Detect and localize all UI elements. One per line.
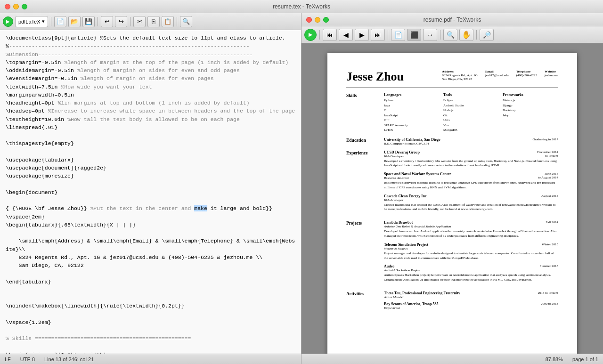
code-line — [6, 326, 295, 334]
code-line: \headheight=0pt %1in margins at top and … — [6, 99, 295, 107]
code-line: \vspace{1.2em} — [6, 318, 295, 326]
next-page-button[interactable]: ▶ — [355, 29, 369, 41]
copy-button[interactable]: ⎘ — [147, 16, 160, 27]
code-line: \end{tabularx} — [6, 278, 295, 286]
code-line: \marginparwidth=0.5in — [6, 91, 295, 99]
preview-window-controls — [302, 17, 329, 23]
new-button[interactable]: 📄 — [54, 16, 66, 27]
skill-item: C++ — [384, 118, 440, 123]
exp-left: Space and Naval Warfare Systems Center R… — [384, 172, 451, 180]
exp-date: December 2014to Present — [537, 150, 558, 158]
code-line: \oddsidemargin=-0.5in %length of marginh… — [6, 66, 295, 74]
edu-date: Graduating in 2017 — [533, 138, 558, 146]
proj-name: Audeo — [384, 264, 420, 268]
exp-company: Cascade Clean Energy Inc. — [384, 194, 427, 198]
projects-section: Projects Lambda Drawbot Arduino Uno Robo… — [346, 220, 558, 286]
close-button[interactable] — [5, 4, 10, 9]
address-val2: San Diego, CA, 92122 — [442, 77, 478, 81]
chevron-down-icon: ▾ — [42, 18, 45, 24]
proj-name: Telecom Simulation Project — [384, 243, 428, 247]
proj-left: Audeo Android Hackathon Project — [384, 264, 420, 272]
email-label: Email — [485, 70, 509, 73]
edu-left: University of California, San Diego B.S.… — [384, 138, 440, 146]
proj-header: Audeo Android Hackathon Project Summer 2… — [384, 264, 558, 272]
skill-item: Android Studio — [443, 103, 499, 108]
paste-button[interactable]: 📋 — [162, 16, 174, 27]
exp-desc: Implemented supervised machine learning … — [384, 181, 558, 190]
preview-close-button[interactable] — [306, 17, 312, 23]
education-label: Education — [346, 138, 384, 146]
editor-title: resume.tex - TeXworks — [273, 3, 330, 10]
education-content: University of California, San Diego B.S.… — [384, 138, 558, 146]
skill-item: C — [384, 108, 440, 113]
first-page-button[interactable]: ⏮ — [323, 29, 337, 41]
skill-item: Django — [503, 103, 558, 108]
frameworks-header: Frameworks — [503, 93, 558, 97]
save-button[interactable]: 💾 — [82, 16, 95, 27]
act-date: 2015 to Present — [538, 291, 558, 295]
toolbar-separator-2 — [98, 17, 98, 26]
act-org: Boy Scouts of America, Troop 535 — [384, 302, 439, 306]
code-line: \textwidth=7.5in %How wide you want your… — [6, 83, 295, 91]
engine-dropdown[interactable]: pdfLaTeX ▾ — [15, 16, 48, 27]
preview-content[interactable]: Jesse Zhou Address 8324 Regents Rd., Apt… — [302, 43, 603, 354]
proj-date: Fall 2014 — [546, 220, 558, 224]
frameworks-col: Frameworks Meteor.js Django Bootstrap Je… — [503, 93, 558, 133]
skill-item: Bootstrap — [503, 108, 558, 113]
email-col: Email jez017@ucsd.edu — [485, 70, 509, 81]
prev-page-button[interactable]: ◀ — [339, 29, 353, 41]
exp-header: Space and Naval Warfare Systems Center R… — [384, 172, 558, 180]
cursor-position: Line 13 of 246; col 21 — [44, 356, 94, 362]
run-button[interactable]: ▶ — [3, 16, 13, 27]
tools-col: Tools Eclipse Android Studio Node.js Git… — [443, 93, 499, 133]
projects-label: Projects — [346, 220, 384, 286]
resume-header: Jesse Zhou Address 8324 Regents Rd., Apt… — [346, 70, 558, 84]
proj-name: Lambda Drawbot — [384, 220, 451, 225]
proj-header: Telecom Simulation Project Meteor & Node… — [384, 243, 558, 251]
skills-section: Skills Languages Python Java C JavaScrip… — [346, 93, 558, 133]
toolbar-sep-4 — [476, 30, 477, 40]
app-container: ▶ pdfLaTeX ▾ 📄 📂 💾 ↩ ↪ ✂ ⎘ 📋 🔍 \document… — [0, 13, 603, 364]
find-preview-button[interactable]: 🔎 — [480, 29, 494, 41]
act-entry: Theta Tau, Professional Engineering Frat… — [384, 291, 558, 299]
editor-toolbar: ▶ pdfLaTeX ▾ 📄 📂 💾 ↩ ↪ ✂ ⎘ 📋 🔍 — [0, 13, 301, 30]
preview-minimize-button[interactable] — [315, 17, 320, 23]
code-line: \linespread{.91} — [6, 123, 295, 131]
last-page-button[interactable]: ⏭ — [371, 29, 385, 41]
skill-item: MongoDB — [443, 128, 499, 133]
preview-title: resume.pdf - TeXworks — [424, 16, 481, 23]
pan-button[interactable]: ✋ — [459, 29, 473, 41]
act-header: Theta Tau, Professional Engineering Frat… — [384, 291, 558, 299]
zoom-in-button[interactable]: 🔍 — [443, 29, 457, 41]
cut-button[interactable]: ✂ — [133, 16, 146, 27]
redo-button[interactable]: ↪ — [115, 16, 127, 27]
website-val: jezhou.me — [545, 73, 558, 77]
proj-date: Winter 2015 — [542, 243, 558, 246]
code-line — [6, 180, 295, 188]
engine-label: pdfLaTeX — [18, 19, 40, 24]
code-line — [6, 310, 295, 318]
act-role: Active Member — [384, 295, 460, 299]
toolbar-separator-4 — [177, 17, 177, 26]
maximize-button[interactable] — [22, 4, 27, 9]
page-mode-button[interactable]: 📄 — [391, 29, 405, 41]
open-button[interactable]: 📂 — [68, 16, 81, 27]
undo-button[interactable]: ↩ — [101, 16, 113, 27]
editor-content[interactable]: \documentclass[9pt]{article} %Sets the d… — [0, 30, 301, 354]
proj-entry: Telecom Simulation Project Meteor & Node… — [384, 243, 558, 261]
preview-maximize-button[interactable] — [323, 17, 329, 23]
find-button[interactable]: 🔍 — [180, 16, 192, 27]
preview-run-button[interactable]: ▶ — [304, 29, 317, 41]
activities-section: Activities Theta Tau, Professional Engin… — [346, 291, 558, 313]
experience-content: UCSD Devaraj Group Web Developer Decembe… — [384, 150, 558, 216]
telephone-val: (408)-504-6225 — [516, 73, 537, 77]
code-line: \topmargin=-0.5in %length of margin at t… — [6, 58, 295, 66]
editor-panel: ▶ pdfLaTeX ▾ 📄 📂 💾 ↩ ↪ ✂ ⎘ 📋 🔍 \document… — [0, 13, 302, 364]
minimize-button[interactable] — [13, 4, 19, 9]
fit-width-button[interactable]: ↔ — [423, 29, 437, 41]
code-line: %Dimension------------------------------… — [6, 50, 295, 58]
fit-page-button[interactable]: ⬛ — [407, 29, 421, 41]
exp-entry: Cascade Clean Energy Inc. Web developer … — [384, 194, 558, 212]
exp-header: Cascade Clean Energy Inc. Web developer … — [384, 194, 558, 202]
resume-contact: Address 8324 Regents Rd., Apt. 1G San Di… — [413, 70, 558, 81]
